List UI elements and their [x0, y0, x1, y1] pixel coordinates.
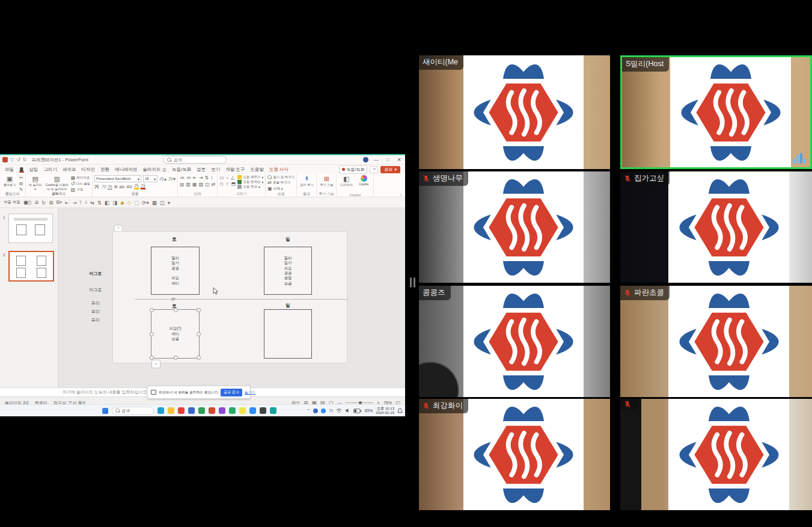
- fill-color-icon[interactable]: ◆: [120, 200, 124, 206]
- column-header-sat[interactable]: 토: [167, 236, 182, 242]
- tray-chevron-icon[interactable]: ⌃: [307, 408, 310, 413]
- numbering-icon[interactable]: ≕: [186, 175, 191, 180]
- character-spacing-icon[interactable]: AV: [126, 184, 132, 190]
- taskbar-app-icon[interactable]: [188, 407, 195, 414]
- taskbar-app-icon[interactable]: [229, 407, 236, 414]
- slide-thumbnail-2[interactable]: [8, 251, 54, 282]
- tab-review[interactable]: 검토: [197, 167, 206, 173]
- offslide-label[interactable]: 프리: [82, 300, 109, 306]
- align-right-icon[interactable]: ▦: [192, 182, 197, 187]
- align-left-icon[interactable]: ▤: [180, 182, 185, 187]
- taskbar-app-icon[interactable]: [209, 407, 215, 414]
- participant-tile[interactable]: 새이티(Me: [419, 55, 610, 169]
- participant-tile-active-speaker[interactable]: S밀리(Host: [620, 55, 812, 169]
- selection-handle[interactable]: [197, 308, 201, 312]
- grow-font-icon[interactable]: 가▴: [159, 176, 166, 182]
- zoom-slider[interactable]: [346, 402, 373, 403]
- highlight-color-icon[interactable]: 가: [134, 183, 139, 190]
- selection-handle[interactable]: [150, 308, 154, 312]
- grid-icon[interactable]: ⊞: [49, 200, 53, 206]
- copilot-button[interactable]: Copilot: [356, 175, 371, 186]
- zoom-object-icon[interactable]: ◫: [160, 200, 165, 206]
- taskbar-app-icon[interactable]: [219, 407, 225, 414]
- decrease-indent-icon[interactable]: ⇤: [193, 175, 197, 180]
- taskbar-app-icon[interactable]: [249, 407, 256, 414]
- tab-transitions[interactable]: 전환: [100, 167, 109, 173]
- wifi-icon[interactable]: [336, 408, 342, 413]
- select-button[interactable]: ▣ 선택▾: [267, 186, 295, 191]
- column-header-sun-bottom[interactable]: 일: [281, 303, 295, 309]
- reset-button[interactable]: ↺다시 설정: [71, 181, 90, 186]
- refresh-icon[interactable]: ↻: [41, 200, 46, 206]
- roster-box-sat-top[interactable]: 밀리 집가 콩콩 최강 새티: [151, 247, 200, 295]
- speaker-icon[interactable]: [345, 408, 350, 413]
- minimize-button[interactable]: —: [373, 157, 380, 162]
- taskbar-app-icon[interactable]: [157, 407, 164, 414]
- tab-shape-format[interactable]: 도형 서식: [269, 167, 288, 173]
- copy-icon[interactable]: ⧉: [19, 181, 23, 186]
- shrink-font-icon[interactable]: 가▾: [168, 176, 176, 182]
- tab-file[interactable]: 파일: [5, 167, 14, 173]
- taskbar-app-icon[interactable]: [239, 407, 246, 414]
- taskbar-app-icon[interactable]: [270, 407, 276, 414]
- taskbar-app-icon[interactable]: [198, 407, 205, 414]
- bring-forward-icon[interactable]: ◧: [105, 200, 109, 206]
- designer-button[interactable]: ◧ 디자이너: [338, 175, 354, 187]
- undo-icon[interactable]: ↺: [16, 157, 20, 162]
- slide-thumbnail-1[interactable]: [8, 214, 53, 243]
- align-objects-left-icon[interactable]: ⇤: [65, 200, 69, 206]
- selection-handle[interactable]: [174, 356, 178, 360]
- tab-developer[interactable]: 개발 도구: [225, 167, 245, 173]
- tray-app-icon[interactable]: [321, 408, 326, 413]
- tab-animations[interactable]: 애니메이션: [115, 167, 138, 173]
- taskbar-app-icon[interactable]: [260, 407, 266, 414]
- tab-slideshow[interactable]: 슬라이드 쇼: [143, 167, 167, 173]
- column-header-sun[interactable]: 일: [281, 236, 295, 242]
- search-input[interactable]: 검색: [163, 156, 227, 164]
- increase-indent-icon[interactable]: ⇥: [199, 175, 203, 180]
- stop-share-button[interactable]: 공유 중지: [221, 389, 242, 396]
- ime-indicator[interactable]: 가: [329, 408, 333, 414]
- shape-outline-button[interactable]: 도형 윤곽선▾: [237, 180, 263, 184]
- font-name-select[interactable]: Pretendard SemiBold▾: [94, 175, 141, 182]
- align-bottom-icon[interactable]: ⫰: [85, 199, 87, 206]
- cut-icon[interactable]: ✂: [19, 175, 23, 180]
- rotate-handle-icon[interactable]: ⟳: [171, 297, 176, 302]
- replace-fonts-button[interactable]: ⇄ 글꼴 바꾸기: [267, 180, 295, 185]
- roster-box-sat-bottom-selected[interactable]: 최강(?) 새티 상콤: [151, 309, 200, 359]
- roster-box-sun-bottom-empty[interactable]: [264, 309, 312, 359]
- align-center-icon[interactable]: ▥: [186, 182, 191, 187]
- bullets-icon[interactable]: ≔: [180, 175, 185, 180]
- smartart-convert-icon[interactable]: ⇄: [212, 182, 216, 187]
- participant-tile[interactable]: 파란초콜: [620, 286, 812, 397]
- offslide-label[interactable]: 어그로: [82, 287, 109, 293]
- taskbar-clock[interactable]: 오후 10:13 2024-01-15: [376, 407, 394, 415]
- distribute-h-icon[interactable]: ⇆: [90, 200, 94, 206]
- find-replace-button[interactable]: 찾기 및 바꾸기: [267, 175, 295, 179]
- shape-circle-icon[interactable]: ○: [226, 175, 229, 180]
- share-button[interactable]: 공유 ▾: [380, 166, 400, 173]
- justify-icon[interactable]: ▧: [199, 182, 204, 187]
- roster-box-sun-top[interactable]: 밀리 집가 최강 콩콩 생명 상콤: [264, 247, 312, 295]
- shape-rectangle-icon[interactable]: ▭: [219, 175, 224, 180]
- taskbar-app-icon[interactable]: [178, 407, 185, 414]
- tab-record[interactable]: 녹음/녹화: [172, 167, 191, 173]
- participant-tile[interactable]: 콩콩즈: [419, 286, 610, 397]
- selection-handle[interactable]: [197, 332, 201, 336]
- tab-shape[interactable]: 세이프: [63, 167, 76, 173]
- bold-icon[interactable]: 가: [94, 184, 99, 190]
- addins-button[interactable]: ⊞ 추가 기능: [319, 175, 334, 187]
- selection-handle[interactable]: [150, 332, 154, 336]
- underline-icon[interactable]: 가: [108, 184, 112, 190]
- close-button[interactable]: ✕: [395, 157, 403, 162]
- shape-diamond-icon[interactable]: ◇: [219, 181, 223, 186]
- align-objects-right-icon[interactable]: ⇥: [72, 200, 76, 206]
- strikethrough-icon[interactable]: S: [114, 184, 117, 190]
- hide-banner-link[interactable]: 숨기기: [245, 390, 255, 395]
- offslide-label[interactable]: 프리: [82, 309, 109, 315]
- tab-draw[interactable]: 그리기: [44, 167, 58, 173]
- participant-tile[interactable]: [620, 399, 812, 510]
- tab-insert[interactable]: 삽입: [29, 167, 38, 173]
- paste-button[interactable]: ▣ 붙여넣기: [2, 175, 17, 187]
- shape-fill-button[interactable]: 도형 채우기▾: [237, 175, 263, 179]
